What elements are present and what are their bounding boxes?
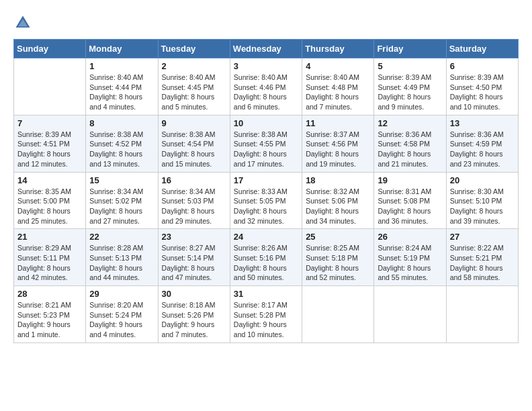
day-info: Sunrise: 8:25 AMSunset: 5:18 PMDaylight:… [306, 243, 370, 283]
day-info-line: Sunset: 5:06 PM [306, 197, 358, 205]
day-number: 3 [234, 61, 298, 71]
day-info: Sunrise: 8:38 AMSunset: 4:55 PMDaylight:… [234, 130, 298, 169]
day-info-line: and 17 minutes. [234, 160, 284, 168]
calendar-cell: 30Sunrise: 8:18 AMSunset: 5:26 PMDayligh… [158, 286, 230, 343]
week-row-4: 21Sunrise: 8:29 AMSunset: 5:11 PMDayligh… [14, 229, 519, 286]
day-number: 30 [162, 289, 226, 299]
day-number: 11 [306, 118, 370, 128]
day-info-line: Daylight: 8 hours [450, 207, 503, 215]
day-number: 14 [17, 175, 82, 185]
day-info-line: Sunset: 5:08 PM [378, 197, 430, 205]
day-number: 21 [17, 232, 82, 242]
header-wednesday: Wednesday [230, 40, 302, 58]
calendar-cell: 9Sunrise: 8:38 AMSunset: 4:54 PMDaylight… [158, 115, 230, 172]
day-info: Sunrise: 8:22 AMSunset: 5:21 PMDaylight:… [450, 243, 515, 283]
day-info-line: Sunrise: 8:38 AM [89, 130, 143, 138]
day-info-line: Daylight: 9 hours [89, 320, 142, 328]
week-row-5: 28Sunrise: 8:21 AMSunset: 5:23 PMDayligh… [14, 286, 519, 343]
calendar-cell: 16Sunrise: 8:34 AMSunset: 5:03 PMDayligh… [158, 172, 230, 229]
day-info: Sunrise: 8:34 AMSunset: 5:03 PMDaylight:… [162, 187, 226, 226]
day-info-line: Daylight: 8 hours [162, 264, 215, 272]
day-info-line: and 25 minutes. [17, 217, 68, 225]
calendar-cell: 31Sunrise: 8:17 AMSunset: 5:28 PMDayligh… [230, 286, 302, 343]
day-info: Sunrise: 8:17 AMSunset: 5:28 PMDaylight:… [234, 300, 298, 340]
calendar-cell: 22Sunrise: 8:28 AMSunset: 5:13 PMDayligh… [86, 229, 158, 286]
day-info-line: Sunrise: 8:31 AM [378, 187, 431, 195]
calendar-cell: 11Sunrise: 8:37 AMSunset: 4:56 PMDayligh… [302, 115, 374, 172]
calendar-cell: 17Sunrise: 8:33 AMSunset: 5:05 PMDayligh… [230, 172, 302, 229]
day-info-line: Daylight: 8 hours [89, 207, 142, 215]
day-info-line: Daylight: 9 hours [162, 320, 215, 328]
day-info-line: Daylight: 8 hours [234, 93, 287, 101]
day-info-line: Sunrise: 8:20 AM [89, 301, 143, 309]
day-info-line: Sunrise: 8:36 AM [450, 130, 504, 138]
day-number: 31 [234, 289, 298, 299]
day-number: 2 [162, 61, 226, 71]
day-info-line: Sunrise: 8:40 AM [162, 73, 216, 81]
day-info-line: Sunset: 5:13 PM [89, 254, 142, 262]
day-info-line: Daylight: 8 hours [306, 264, 359, 272]
day-info-line: Sunrise: 8:25 AM [306, 244, 359, 252]
day-info-line: Daylight: 8 hours [378, 93, 431, 101]
day-info-line: and 1 minute. [17, 330, 60, 338]
day-info-line: Daylight: 8 hours [17, 150, 71, 158]
day-info: Sunrise: 8:33 AMSunset: 5:05 PMDaylight:… [234, 187, 298, 226]
day-info-line: Daylight: 8 hours [234, 150, 287, 158]
day-number: 26 [378, 232, 442, 242]
day-info-line: and 42 minutes. [17, 273, 68, 281]
day-info: Sunrise: 8:36 AMSunset: 4:58 PMDaylight:… [378, 130, 442, 169]
day-info: Sunrise: 8:35 AMSunset: 5:00 PMDaylight:… [17, 187, 82, 226]
day-info-line: Daylight: 8 hours [450, 150, 503, 158]
calendar-cell: 21Sunrise: 8:29 AMSunset: 5:11 PMDayligh… [14, 229, 86, 286]
calendar-header-row: SundayMondayTuesdayWednesdayThursdayFrid… [14, 40, 519, 58]
day-number: 7 [17, 118, 82, 128]
day-number: 24 [234, 232, 298, 242]
day-info: Sunrise: 8:40 AMSunset: 4:44 PMDaylight:… [89, 73, 154, 112]
day-number: 29 [89, 289, 154, 299]
calendar-cell: 23Sunrise: 8:27 AMSunset: 5:14 PMDayligh… [158, 229, 230, 286]
day-info-line: Sunrise: 8:33 AM [234, 187, 287, 195]
calendar-table: SundayMondayTuesdayWednesdayThursdayFrid… [13, 39, 519, 343]
day-info-line: and 27 minutes. [89, 217, 140, 225]
day-info-line: Sunrise: 8:17 AM [234, 301, 287, 309]
day-info-line: and 44 minutes. [89, 273, 140, 281]
day-info-line: Sunrise: 8:30 AM [450, 187, 504, 195]
day-info-line: and 7 minutes. [306, 103, 352, 111]
day-info-line: Sunrise: 8:32 AM [306, 187, 359, 195]
day-info-line: Sunrise: 8:34 AM [89, 187, 143, 195]
day-info-line: and 10 minutes. [450, 103, 500, 111]
calendar-cell [14, 58, 86, 116]
day-info-line: Sunrise: 8:28 AM [89, 244, 143, 252]
calendar-cell: 25Sunrise: 8:25 AMSunset: 5:18 PMDayligh… [302, 229, 374, 286]
day-info-line: Sunrise: 8:39 AM [17, 130, 71, 138]
day-number: 16 [162, 175, 226, 185]
day-info-line: Sunset: 5:14 PM [162, 254, 214, 262]
day-info-line: Sunset: 5:11 PM [17, 254, 70, 262]
calendar-cell: 7Sunrise: 8:39 AMSunset: 4:51 PMDaylight… [14, 115, 86, 172]
day-info-line: Daylight: 8 hours [17, 264, 71, 272]
day-info: Sunrise: 8:38 AMSunset: 4:52 PMDaylight:… [89, 130, 154, 169]
day-info-line: Daylight: 8 hours [89, 150, 142, 158]
day-info-line: Daylight: 9 hours [17, 320, 71, 328]
day-info-line: Sunset: 4:56 PM [306, 140, 358, 148]
day-info-line: and 15 minutes. [162, 160, 212, 168]
day-info: Sunrise: 8:29 AMSunset: 5:11 PMDaylight:… [17, 243, 82, 283]
day-info-line: Sunset: 5:26 PM [162, 311, 214, 319]
day-number: 25 [306, 232, 370, 242]
calendar-cell: 4Sunrise: 8:40 AMSunset: 4:48 PMDaylight… [302, 58, 374, 116]
day-info-line: Sunset: 4:54 PM [162, 140, 214, 148]
day-number: 1 [89, 61, 154, 71]
header-thursday: Thursday [302, 40, 374, 58]
day-info: Sunrise: 8:36 AMSunset: 4:59 PMDaylight:… [450, 130, 515, 169]
day-number: 28 [17, 289, 82, 299]
day-info-line: Sunrise: 8:38 AM [162, 130, 216, 138]
day-info-line: Sunset: 4:48 PM [306, 83, 358, 91]
day-number: 6 [450, 61, 515, 71]
day-number: 10 [234, 118, 298, 128]
day-info-line: and 29 minutes. [162, 217, 212, 225]
day-info-line: Sunset: 5:21 PM [450, 254, 502, 262]
day-info-line: Sunset: 5:03 PM [162, 197, 214, 205]
day-number: 17 [234, 175, 298, 185]
day-info-line: Sunset: 4:55 PM [234, 140, 286, 148]
day-number: 18 [306, 175, 370, 185]
